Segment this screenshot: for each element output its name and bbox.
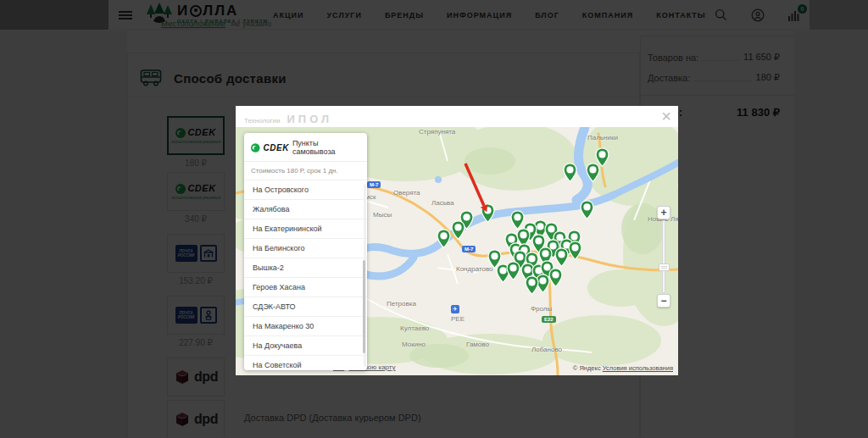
- map-label: Гамово: [466, 341, 489, 348]
- pickup-point-pin-icon[interactable]: [525, 275, 539, 295]
- terms-link[interactable]: Условия использования: [603, 364, 673, 372]
- ipol-logo: ИПОЛ: [287, 113, 332, 125]
- widget-watermark: Технологии ИПОЛ: [244, 113, 332, 125]
- close-icon[interactable]: ×: [661, 108, 671, 125]
- map-label: Лобаново: [531, 346, 562, 353]
- road-badge: Е22: [542, 316, 556, 323]
- map-copyright: © Яндекс Условия использования: [573, 364, 673, 372]
- pickup-point-pin-icon[interactable]: [580, 200, 594, 219]
- zoom-slider-track[interactable]: [662, 220, 665, 293]
- pickup-point-pin-icon[interactable]: [554, 247, 569, 267]
- airport-icon: ✈: [451, 305, 459, 313]
- pickup-point-item[interactable]: Героев Хасана: [244, 278, 367, 297]
- map-label: PEE: [451, 315, 465, 323]
- zoom-in-button[interactable]: +: [657, 206, 670, 219]
- pickup-point-pin-icon[interactable]: [451, 220, 465, 240]
- cdek-logo-icon: [251, 143, 260, 152]
- pickup-point-pin-icon[interactable]: [563, 163, 577, 182]
- map-label: Фролы: [531, 305, 552, 313]
- zoom-out-button[interactable]: −: [657, 294, 670, 308]
- cdek-wordmark: CDEK: [264, 143, 289, 152]
- map-label: Стряпунята: [419, 128, 455, 136]
- zoom-slider-handle[interactable]: [659, 263, 670, 271]
- map-label: Пальники: [587, 134, 618, 141]
- road-badge: М-7: [462, 246, 476, 252]
- pickup-point-pin-icon[interactable]: [506, 261, 520, 280]
- pickup-point-item[interactable]: На Екатерининской: [244, 219, 367, 239]
- map-label: Мокино: [402, 341, 426, 348]
- panel-scrollbar: [364, 184, 366, 367]
- map-label: Ласьва: [431, 199, 453, 207]
- road-badge: М-7: [367, 181, 381, 188]
- pickup-point-item[interactable]: На Советской: [244, 356, 367, 370]
- map-label: Петровка: [387, 300, 416, 308]
- panel-title: Пункты самовывоза: [292, 139, 360, 156]
- pickup-point-pin-icon[interactable]: [568, 241, 582, 260]
- pickup-point-item[interactable]: На Островского: [244, 180, 367, 200]
- pickup-point-pin-icon[interactable]: [548, 268, 563, 287]
- pickup-point-item[interactable]: Вышка-2: [244, 258, 367, 278]
- map-label: Мысы: [373, 211, 392, 219]
- map-label: Оверята: [393, 189, 420, 197]
- pickup-point-item[interactable]: Жалябова: [244, 200, 367, 219]
- pickup-point-item[interactable]: На Макаренко 30: [244, 317, 367, 336]
- panel-subtitle: Стоимость 180 Р, срок 1 дн.: [244, 162, 367, 180]
- pickup-points-panel: CDEK Пункты самовывоза Стоимость 180 Р, …: [244, 133, 367, 370]
- pickup-point-pin-icon[interactable]: [437, 229, 451, 248]
- pickup-point-pin-icon[interactable]: [586, 163, 600, 182]
- pickup-point-pin-icon[interactable]: [481, 203, 495, 223]
- panel-scrollbar-thumb[interactable]: [363, 260, 365, 353]
- pickup-point-item[interactable]: СДЭК-АВТО: [244, 297, 367, 317]
- pickup-points-modal: Технологии ИПОЛ ×: [236, 106, 678, 375]
- map-zoom-control: + −: [657, 206, 670, 308]
- map-label: Култаево: [400, 324, 429, 332]
- pickup-point-item[interactable]: На Докучаева: [244, 336, 367, 356]
- pickup-point-item[interactable]: На Белинского: [244, 239, 367, 258]
- panel-header: CDEK Пункты самовывоза: [244, 133, 367, 162]
